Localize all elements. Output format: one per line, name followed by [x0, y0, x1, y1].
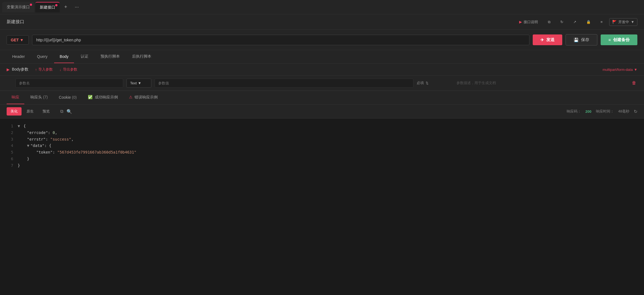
- form-type-select[interactable]: multipart/form-data ▼: [603, 68, 637, 72]
- view-beautify-button[interactable]: 美化: [7, 107, 22, 116]
- code-line-4: 4 ▼"data": {: [0, 143, 644, 149]
- main-content: 新建接口 ▶ 接口说明 ⧉ ↻ ↗ 🔒 ≡ 🚩 开发中: [0, 14, 644, 295]
- search-response-button[interactable]: 🔍: [67, 109, 72, 114]
- header-actions: ▶ 接口说明 ⧉ ↻ ↗ 🔒 ≡ 🚩 开发中 ▼: [516, 18, 637, 26]
- copy-response-button[interactable]: ⧉: [60, 109, 63, 114]
- share-button[interactable]: ↗: [570, 18, 580, 26]
- tab-dot: [55, 4, 57, 6]
- import-arrow-icon: ↑: [35, 68, 37, 72]
- tab-add-button[interactable]: +: [61, 2, 71, 12]
- resp-tab-error-example[interactable]: ⚠ 错误响应示例: [124, 91, 163, 104]
- resp-tab-cookie[interactable]: Cookie (0): [54, 91, 82, 104]
- header-bar: 新建接口 ▶ 接口说明 ⧉ ↻ ↗ 🔒 ≡ 🚩 开发中: [0, 14, 644, 30]
- nav-tabs: Header Query Body 认证 预执行脚本 后执行脚本: [0, 50, 644, 64]
- save-icon: 💾: [574, 37, 579, 42]
- url-input[interactable]: [32, 35, 529, 45]
- collapse-icon[interactable]: ▶: [7, 67, 10, 72]
- lock-icon: 🔒: [586, 20, 591, 24]
- success-icon: ✅: [88, 95, 93, 99]
- tab-header[interactable]: Header: [7, 50, 30, 63]
- param-delete-button[interactable]: 🗑: [631, 81, 637, 85]
- refresh-icon: ↻: [560, 20, 563, 24]
- export-arrow-icon: ↓: [59, 68, 61, 72]
- tab-more-button[interactable]: ···: [72, 2, 82, 12]
- tab-bar: 变量演示接口 新建接口 + ···: [0, 0, 644, 14]
- import-params-button[interactable]: ↑ 导入参数: [35, 67, 53, 72]
- url-bar: GET ▼ ✈ 发送 💾 保存 ≡ 创建备份: [0, 30, 644, 50]
- resp-tab-success-example[interactable]: ✅ 成功响应示例: [83, 91, 123, 104]
- view-toggle: 美化 原生 预览: [7, 107, 54, 116]
- code-line-2: 2 "errcode": 0,: [0, 130, 644, 136]
- resp-tab-headers[interactable]: 响应头 (7): [25, 91, 53, 104]
- code-line-7: 7 }: [0, 162, 644, 169]
- copy-button[interactable]: ⧉: [545, 18, 554, 26]
- create-icon: ≡: [608, 37, 611, 42]
- view-preview-button[interactable]: 预览: [39, 107, 54, 116]
- response-time: 48毫秒: [618, 109, 629, 114]
- create-backup-button[interactable]: ≡ 创建备份: [601, 34, 637, 45]
- copy-icon: ⧉: [548, 20, 550, 24]
- save-button[interactable]: 💾 保存: [566, 34, 597, 45]
- method-select[interactable]: GET ▼: [7, 35, 29, 45]
- view-raw-button[interactable]: 原生: [23, 107, 38, 116]
- status-badge[interactable]: 🚩 开发中 ▼: [609, 18, 637, 26]
- tab-variable-demo[interactable]: 变量演示接口: [2, 2, 34, 12]
- stack-icon: ≡: [601, 20, 603, 24]
- collapse-triangle[interactable]: ▼: [18, 124, 20, 128]
- param-name-input[interactable]: [15, 79, 123, 88]
- tab-label: 新建接口: [40, 5, 55, 10]
- body-section: ▶ Body参数 ↑ 导入参数 ↓ 导出参数 multipart/form-da…: [0, 64, 644, 76]
- reload-icon[interactable]: ↻: [634, 109, 637, 114]
- delete-icon: 🗑: [632, 81, 636, 85]
- param-desc: 参数描述，用于生成文档: [453, 78, 627, 88]
- body-left: ▶ Body参数 ↑ 导入参数 ↓ 导出参数: [7, 67, 77, 72]
- tab-dot: [30, 4, 32, 6]
- tab-body[interactable]: Body: [54, 50, 74, 63]
- code-line-5: 5 "token": "567d453fe7991667ab360d5a1f0b…: [0, 149, 644, 156]
- tab-pre-script[interactable]: 预执行脚本: [95, 50, 125, 63]
- body-title: ▶ Body参数: [7, 67, 28, 72]
- chevron-down-icon: ▼: [634, 68, 637, 72]
- flag-icon: 🚩: [612, 20, 617, 24]
- chevron-down-icon: ▼: [631, 20, 634, 24]
- code-line-1: 1 ▼ {: [0, 123, 644, 130]
- collapse-data-triangle[interactable]: ▼: [27, 143, 29, 148]
- method-arrow: ▼: [20, 38, 24, 42]
- param-value-input[interactable]: [155, 79, 413, 88]
- tab-post-script[interactable]: 后执行脚本: [126, 50, 157, 63]
- sort-icon[interactable]: ⇅: [426, 81, 429, 85]
- stack-button[interactable]: ≡: [597, 18, 606, 26]
- params-table: Text ▼ 必填 ⇅ 参数描述，用于生成文档 🗑: [0, 76, 644, 91]
- params-header-row: Text ▼ 必填 ⇅ 参数描述，用于生成文档 🗑: [0, 76, 644, 91]
- page-title: 新建接口: [7, 19, 24, 25]
- method-label: GET: [11, 38, 19, 42]
- play-icon: ▶: [519, 20, 522, 24]
- param-type-select[interactable]: Text ▼: [126, 79, 151, 88]
- send-button[interactable]: ✈ 发送: [533, 34, 562, 45]
- error-icon: ⚠: [129, 95, 133, 99]
- resp-status-info: 响应码： 200 响应时间： 48毫秒 ↻: [567, 109, 637, 114]
- send-icon: ✈: [540, 37, 544, 42]
- chevron-down-icon: ▼: [138, 81, 141, 85]
- share-icon: ↗: [573, 20, 576, 24]
- api-doc-button[interactable]: ▶ 接口说明: [516, 18, 541, 26]
- resp-toolbar: 美化 原生 预览 ⧉ 🔍 响应码： 200 响应时间： 48毫秒 ↻: [0, 104, 644, 119]
- status-code: 200: [585, 109, 592, 114]
- code-line-3: 3 "errstr": "success",: [0, 136, 644, 143]
- tab-auth[interactable]: 认证: [75, 50, 94, 63]
- tab-new-api[interactable]: 新建接口: [35, 2, 60, 12]
- resp-tab-response[interactable]: 响应: [7, 91, 24, 104]
- param-required: 必填 ⇅: [417, 81, 450, 85]
- refresh-button[interactable]: ↻: [557, 18, 567, 26]
- lock-button[interactable]: 🔒: [583, 18, 594, 26]
- response-tabs: 响应 响应头 (7) Cookie (0) ✅ 成功响应示例 ⚠ 错误响应示例: [0, 91, 644, 104]
- resp-toolbar-icons: ⧉ 🔍: [60, 109, 72, 114]
- export-params-button[interactable]: ↓ 导出参数: [59, 67, 77, 72]
- code-area: 1 ▼ { 2 "errcode": 0, 3 "errstr": "succe…: [0, 119, 644, 295]
- tab-label: 变量演示接口: [7, 5, 30, 10]
- tab-query[interactable]: Query: [31, 50, 53, 63]
- code-line-6: 6 }: [0, 156, 644, 162]
